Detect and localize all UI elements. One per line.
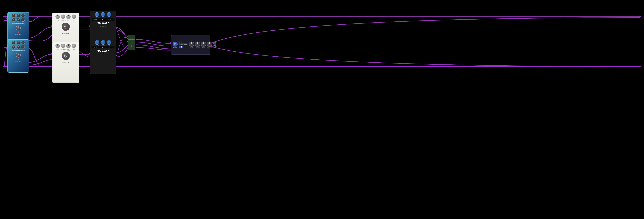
switch-2[interactable] [214,43,216,44]
rmpro-drive-col: DRIVE [201,42,206,48]
knob-row-bottom [12,18,25,22]
svg-rect-8 [51,26,52,27]
knob-labels: TIME FEEDBACK LOW PASS MIX [56,49,76,51]
knob-2[interactable] [16,14,20,17]
roomy-model-top: DP-ECHO [100,26,106,27]
knob-6[interactable] [21,45,25,49]
profile-toggle[interactable] [179,46,183,48]
knob-1[interactable] [56,44,60,48]
dm-led [65,28,66,29]
output-label-b: OUTPUT → [108,47,114,48]
utility-bottom: +1 [128,39,135,50]
dm-footswitch[interactable]: DM [62,52,70,60]
dm-label: DM [64,26,67,28]
main-knob[interactable] [16,26,21,30]
output-label: OUTPUT → [108,19,114,20]
knob-1[interactable] [12,14,16,17]
utility-display-bottom: +1 [130,42,133,44]
led-indicator [18,32,19,33]
roomy-knob-labels-bottom: DECAY DAMPING MIX [95,45,111,46]
main-knob[interactable] [16,53,21,58]
profile-section: PROFILE Master Show [179,42,188,48]
knob-1[interactable] [12,41,16,45]
knob-5[interactable] [16,45,20,49]
rmpro-m-logo: M [173,42,178,47]
pedal-main-label: floaty modulation/delay [12,50,24,52]
profile-value: Master Show [179,43,188,45]
damping-knob[interactable] [101,12,105,17]
knob-4[interactable] [12,18,16,22]
rmpro-brand-label: RMPro [173,47,177,48]
decay-label: DECAY [95,17,100,18]
mix-knob[interactable] [107,12,111,17]
roomy-knob-row-bottom [95,40,111,45]
damping-label: DAMPING [101,17,105,18]
knob-row-main [16,53,21,58]
decay-label-b: DECAY [95,45,100,46]
treble-knob[interactable] [195,42,200,47]
roomy-knob-row [95,12,111,17]
mix-knob-b[interactable] [107,40,111,45]
knob-label-lowpass: LOW PASS [66,49,71,51]
knob-row-top [56,15,76,19]
dm-label: DM [64,55,67,57]
knob-labels: TIME FEEDBACK LOW PASS MIX [56,20,76,22]
knob-label-3: LOW PASS [66,20,71,22]
grain-delay-bottom-pedal: TIME FEEDBACK LOW PASS MIX DM Grain Dela… [52,42,79,83]
knob-5[interactable] [16,18,20,22]
svg-rect-13 [89,53,90,54]
dm-led [65,57,66,58]
rmpro-unit: M RMPro PROFILE Master Show BASS TREBLE … [171,35,210,55]
port-b-2 [131,46,132,47]
roomy-bottom-pedal: DECAY DAMPING MIX → INPUT OUTPUT → ROOMY… [90,39,116,74]
knob-3[interactable] [66,44,71,48]
roomy-title-bottom: ROOMY [97,49,109,53]
grain-delay-title-bottom: Grain Delay [62,62,70,63]
switch-3[interactable] [214,45,216,46]
drive-label: DRIVE [202,47,205,48]
knob-label-feedback: FEEDBACK [61,49,65,51]
damping-knob-b[interactable] [101,40,105,45]
led-indicator [18,59,19,60]
knob-4[interactable] [72,44,76,48]
remaincalm-bottom-pedal: floaty modulation/delay remaincalm [8,39,29,73]
ceiling-knob[interactable] [207,42,212,47]
damping-label-b: DAMPING [101,45,105,46]
input-label: → INPUT [92,19,97,20]
pedal-sub-label: remaincalm [16,34,21,35]
io-led [102,19,103,20]
knob-row-main [16,26,21,30]
bass-knob[interactable] [189,42,194,47]
rmpro-stereo-col: STEREOIMAGE [213,42,217,48]
knob-2[interactable] [61,15,65,19]
input-label-b: → INPUT [92,47,97,48]
port-b-1 [131,45,132,46]
ceiling-label: CEILING [207,47,212,48]
knob-4[interactable] [12,45,16,49]
knob-1[interactable] [56,15,60,19]
svg-rect-12 [89,26,90,27]
utility-ports-bottom [131,45,132,47]
svg-point-2 [639,16,641,17]
roomy-title-top: ROOMY [97,21,109,25]
profile-label: PROFILE [179,42,183,43]
switch-1[interactable] [214,42,216,43]
roomy-knob-labels: DECAY DAMPING MIX [95,17,111,18]
knob-label-4: MIX [72,20,76,22]
knob-2[interactable] [61,44,65,48]
knob-label-2: FEEDBACK [61,20,65,22]
toggle-indicator [181,46,182,48]
knob-2[interactable] [16,41,20,45]
drive-knob[interactable] [201,42,206,47]
knob-6[interactable] [21,18,25,22]
knob-4[interactable] [72,15,76,19]
decay-knob[interactable] [95,12,100,17]
knob-3[interactable] [66,15,71,19]
decay-knob-b[interactable] [95,40,100,45]
dm-footswitch[interactable]: DM [62,23,70,31]
roomy-io-row-bottom: → INPUT OUTPUT → [92,46,114,49]
knob-row-top [56,44,76,48]
utility-display-top: +1 [130,37,133,39]
knob-3[interactable] [21,41,25,45]
knob-3[interactable] [21,14,25,17]
